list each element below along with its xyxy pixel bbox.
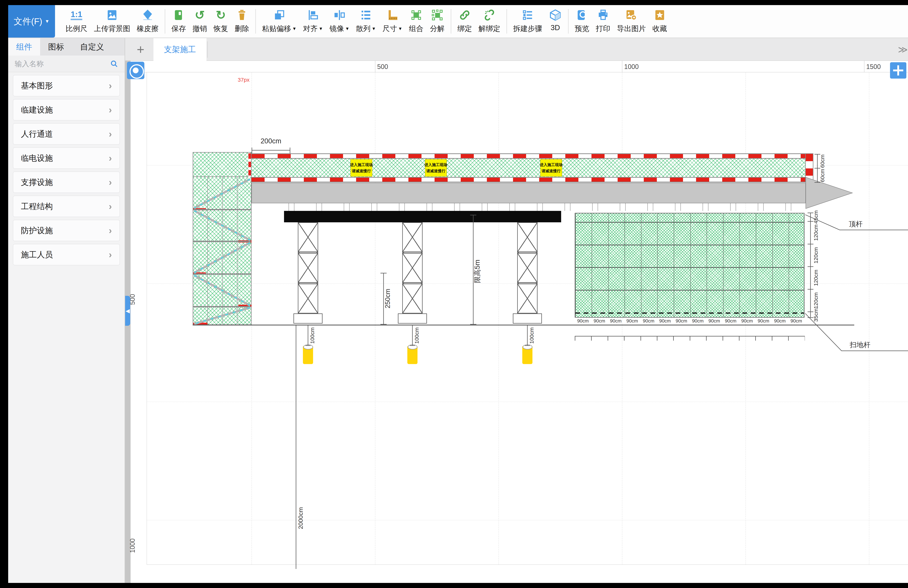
bay-width-label: 90cm	[739, 318, 755, 325]
search-bar[interactable]: 输入名称	[8, 56, 125, 72]
walkway-end-post	[805, 153, 813, 182]
undo-icon: ↺	[195, 8, 204, 22]
scale-ruler-button[interactable]: 1:1 比例尺	[62, 5, 91, 38]
bay-width-label: 90cm	[591, 318, 607, 325]
caret-down-icon: ▼	[345, 26, 349, 31]
chevron-right-icon: ›	[109, 201, 112, 212]
paste-offset-button[interactable]: 粘贴偏移▼	[259, 5, 300, 38]
bay-width-label: 90cm	[788, 318, 805, 325]
toolbar-label: 比例尺	[66, 24, 87, 34]
lattice-column[interactable]	[298, 222, 318, 313]
bridge-beam-shape[interactable]	[284, 211, 561, 222]
stair-tower-shape[interactable]	[193, 152, 251, 325]
sidebar-item-temporary-facilities[interactable]: 临建设施›	[13, 99, 120, 120]
bay-width-label: 90cm	[657, 318, 673, 325]
print-button[interactable]: 打印	[592, 5, 613, 38]
locate-origin-button[interactable]	[127, 62, 144, 79]
warning-sign[interactable]: 进入施工现场请减速慢行	[540, 159, 562, 177]
export-image-icon	[625, 8, 638, 22]
page-offset-label: 37px	[230, 77, 250, 83]
panel-bar	[575, 267, 804, 268]
toolbar-label: 镜像	[330, 24, 344, 34]
toolbar-label: 解绑定	[478, 24, 500, 34]
save-icon	[172, 8, 185, 22]
group-icon	[410, 8, 423, 22]
toolbar-label: 尺寸	[382, 24, 397, 34]
preview-button[interactable]: 预览	[572, 5, 592, 38]
view-3d-button[interactable]: 3D	[546, 5, 565, 38]
collapse-panel-icon[interactable]: ≫	[898, 38, 908, 61]
bay-width-labels: 90cm90cm90cm90cm90cm90cm90cm90cm90cm90cm…	[575, 318, 805, 325]
chevron-right-icon: ›	[109, 104, 112, 115]
dim-buried-depth: 100cm	[414, 328, 420, 344]
search-icon[interactable]	[110, 60, 118, 68]
lattice-column[interactable]	[402, 222, 423, 313]
chevron-right-icon: ›	[109, 225, 112, 236]
align-button[interactable]: 对齐▼	[300, 5, 326, 38]
red-mark	[238, 305, 251, 307]
scaffold-net-panel[interactable]	[575, 213, 805, 318]
foundation-pile[interactable]	[407, 346, 417, 364]
toolbar-label: 导出图片	[617, 24, 646, 34]
label-top-bar: 顶杆	[849, 220, 863, 228]
foundation-pile[interactable]	[303, 346, 313, 364]
build-steps-button[interactable]: 拆建步骤	[510, 5, 546, 38]
tab-icons[interactable]: 图标	[40, 38, 72, 56]
bind-button[interactable]: 绑定	[454, 5, 475, 38]
delete-button[interactable]: 删除	[231, 5, 253, 38]
distribute-button[interactable]: 散列▼	[353, 5, 379, 38]
redo-button[interactable]: ↻ 恢复	[210, 5, 231, 38]
bay-tick-row	[575, 336, 805, 341]
sidebar-item-support-facilities[interactable]: 支撑设施›	[13, 172, 120, 193]
mirror-button[interactable]: 镜像▼	[326, 5, 353, 38]
drawing-viewport[interactable]: 500 1000 1500 500 1000 37px ◀ ▶	[125, 61, 908, 583]
upload-image-icon	[106, 8, 119, 22]
chevron-right-icon: ›	[109, 249, 112, 260]
dim-chain: 35cm	[813, 308, 819, 321]
coupler-row	[288, 203, 805, 211]
dim-total-length: 2000cm	[297, 507, 304, 529]
dimension-button[interactable]: 尺寸▼	[379, 5, 406, 38]
undo-button[interactable]: ↺ 撤销	[189, 5, 210, 38]
document-tab-scaffold[interactable]: 支架施工	[153, 38, 206, 61]
covered-walkway-shape[interactable]: 进入施工现场请减速慢行 进入施工现场请减速慢行 进入施工现场请减速慢行	[251, 153, 813, 182]
column-base	[398, 313, 427, 324]
caret-down-icon: ▼	[319, 26, 323, 31]
group-button[interactable]: 组合	[406, 5, 427, 38]
save-button[interactable]: 保存	[168, 5, 189, 38]
sidebar-item-protection-facilities[interactable]: 防护设施›	[13, 220, 120, 241]
eraser-button[interactable]: 橡皮擦	[134, 5, 162, 38]
sidebar-item-construction-workers[interactable]: 施工人员›	[13, 244, 120, 265]
toolbar-label: 打印	[596, 24, 610, 34]
roadway-arrow-shape[interactable]	[251, 183, 806, 203]
dim-end-height: 60cm	[819, 169, 825, 182]
export-image-button[interactable]: 导出图片	[613, 5, 649, 38]
tab-components[interactable]: 组件	[8, 38, 40, 56]
ungroup-button[interactable]: 分解	[427, 5, 448, 38]
toolbar-label: 散列	[356, 24, 370, 34]
red-mark	[193, 272, 206, 275]
sidebar-item-engineering-structure[interactable]: 工程结构›	[13, 196, 120, 217]
warning-sign[interactable]: 进入施工现场请减速慢行	[425, 159, 447, 177]
add-document-tab-button[interactable]: +	[132, 41, 149, 58]
foundation-pile[interactable]	[522, 346, 533, 364]
link-icon	[458, 8, 471, 22]
tab-custom[interactable]: 自定义	[72, 38, 112, 56]
sidebar-collapse-handle[interactable]: ◀	[125, 296, 130, 326]
upload-background-button[interactable]: 上传背景图	[91, 5, 134, 38]
file-menu-button[interactable]: 文件(F) ▼	[8, 5, 55, 38]
unbind-button[interactable]: 解绑定	[475, 5, 504, 38]
sidebar-item-temporary-power[interactable]: 临电设施›	[13, 147, 120, 169]
fit-view-button[interactable]	[890, 62, 906, 79]
sidebar-item-basic-shapes[interactable]: 基本图形›	[13, 75, 120, 96]
sidebar-item-pedestrian-passage[interactable]: 人行通道›	[13, 123, 120, 145]
toolbar-label: 粘贴偏移	[262, 24, 291, 34]
warning-sign[interactable]: 进入施工现场请减速慢行	[351, 159, 372, 177]
favorite-button[interactable]: 收藏	[649, 5, 670, 38]
gridline	[251, 72, 252, 564]
caret-down-icon: ▼	[292, 26, 296, 31]
page-bottom-edge	[147, 564, 908, 565]
bay-width-label: 90cm	[772, 318, 788, 325]
dim-column-spacing: 250cm	[384, 289, 391, 308]
lattice-column[interactable]	[517, 222, 538, 313]
